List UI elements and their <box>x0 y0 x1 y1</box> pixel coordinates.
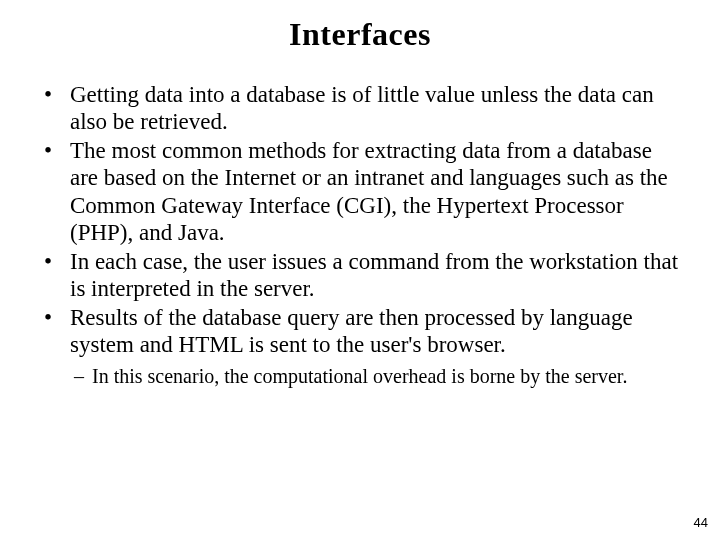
bullet-item: The most common methods for extracting d… <box>44 137 684 246</box>
page-number: 44 <box>694 515 708 530</box>
bullet-list: Getting data into a database is of littl… <box>30 81 690 358</box>
bullet-item: Getting data into a database is of littl… <box>44 81 684 135</box>
sub-bullet-item: In this scenario, the computational over… <box>74 364 690 388</box>
slide-title: Interfaces <box>30 16 690 53</box>
sub-bullet-list: In this scenario, the computational over… <box>30 364 690 388</box>
slide: Interfaces Getting data into a database … <box>0 0 720 540</box>
bullet-item: In each case, the user issues a command … <box>44 248 684 302</box>
bullet-item: Results of the database query are then p… <box>44 304 684 358</box>
